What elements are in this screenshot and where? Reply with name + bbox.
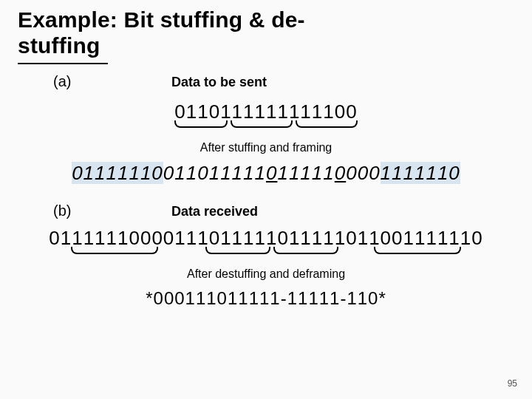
part-b-bits-received-wrap: 01111110000111011111011111011001111110 bbox=[18, 227, 514, 257]
part-a-label: (a) bbox=[53, 73, 171, 90]
part-a-caption-sent: Data to be sent bbox=[171, 75, 267, 90]
brace-row-b1 bbox=[49, 247, 482, 254]
slide: Example: Bit stuffing & de- stuffing (a)… bbox=[0, 0, 532, 399]
brace-icon bbox=[374, 247, 461, 254]
part-b-caption-destuffed: After destuffing and deframing bbox=[18, 267, 514, 281]
part-a-bits-stuffed-wrap: 0111111001101111101111100001111110 bbox=[18, 162, 514, 185]
stuffed-inserted-bit-2: 0 bbox=[335, 162, 346, 184]
brace-icon bbox=[205, 247, 270, 254]
part-a-header: (a) Data to be sent bbox=[18, 73, 514, 90]
part-a-bits-sent-wrap: 0110111111111100 bbox=[18, 100, 514, 131]
slide-number: 95 bbox=[508, 378, 517, 389]
brace-icon bbox=[71, 247, 158, 254]
brace-gap bbox=[340, 247, 372, 254]
part-b-label: (b) bbox=[53, 202, 171, 219]
brace-gap bbox=[160, 247, 204, 254]
flag-close: 1111110 bbox=[381, 162, 460, 184]
title-line-2: stuffing bbox=[18, 33, 100, 58]
part-a-bits-stuffed: 0111111001101111101111100001111110 bbox=[72, 162, 460, 184]
stuffed-inserted-bit-1: 0 bbox=[266, 162, 277, 184]
part-b-header: (b) Data received bbox=[18, 202, 514, 219]
brace-icon bbox=[273, 247, 338, 254]
brace-row-a1 bbox=[173, 120, 359, 128]
stuffed-seg2: 11111 bbox=[277, 162, 334, 184]
part-a-caption-stuffed: After stuffing and framing bbox=[18, 141, 514, 154]
part-b-caption-received: Data received bbox=[171, 204, 258, 219]
brace-icon bbox=[231, 120, 293, 128]
title-line-1: Example: Bit stuffing & de- bbox=[18, 7, 305, 32]
title-underline bbox=[18, 63, 108, 64]
slide-title: Example: Bit stuffing & de- stuffing bbox=[18, 7, 514, 58]
brace-icon bbox=[174, 120, 228, 128]
part-b-bits-destuffed: *000111011111-11111-110* bbox=[18, 288, 514, 309]
flag-open: 01111110 bbox=[72, 162, 163, 184]
brace-icon bbox=[296, 120, 358, 128]
stuffed-seg3: 000 bbox=[346, 162, 380, 184]
stuffed-seg1: 011011111 bbox=[163, 162, 266, 184]
